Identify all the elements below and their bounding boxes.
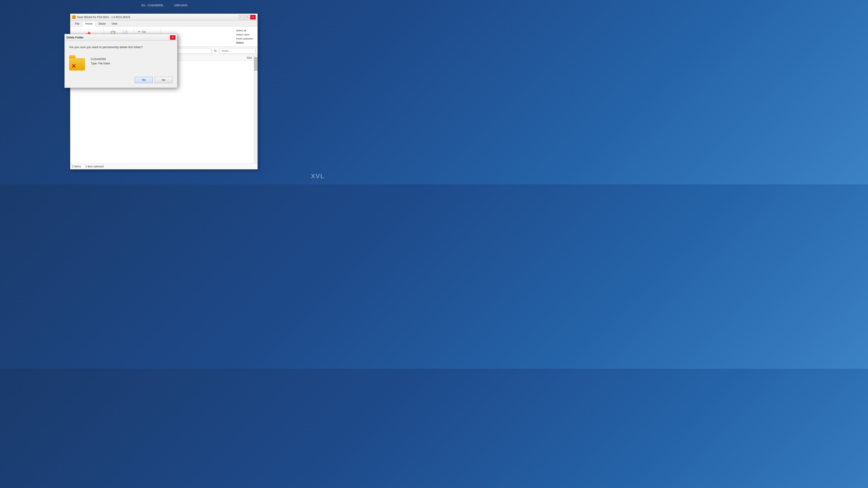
yes-button[interactable]: Yes — [135, 77, 153, 83]
delete-x-icon: ✕ — [71, 63, 76, 69]
dialog-folder-type: Type: File folder — [91, 61, 110, 66]
dialog-folder-name: CUSA00556 — [91, 57, 110, 61]
dialog-folder-icon: ✕ — [69, 53, 87, 70]
dialog-close-button[interactable]: ✕ — [170, 35, 176, 40]
dialog-overlay: Delete Folder ✕ Are you sure you want to… — [0, 0, 329, 184]
dialog-buttons: Yes No — [69, 75, 173, 83]
dialog-body: Are you sure you want to permanently del… — [65, 41, 177, 88]
folder-tab — [69, 55, 75, 58]
bottom-logo: XVL — [311, 173, 324, 180]
dialog-file-info: ✕ CUSA00556 Type: File folder — [69, 53, 173, 70]
dialog-title-bar: Delete Folder ✕ — [65, 34, 177, 41]
delete-folder-dialog: Delete Folder ✕ Are you sure you want to… — [64, 34, 178, 88]
no-button[interactable]: No — [155, 77, 173, 83]
dialog-question: Are you sure you want to permanently del… — [69, 45, 173, 49]
dialog-title: Delete Folder — [66, 36, 170, 39]
dialog-file-details: CUSA00556 Type: File folder — [91, 57, 110, 66]
